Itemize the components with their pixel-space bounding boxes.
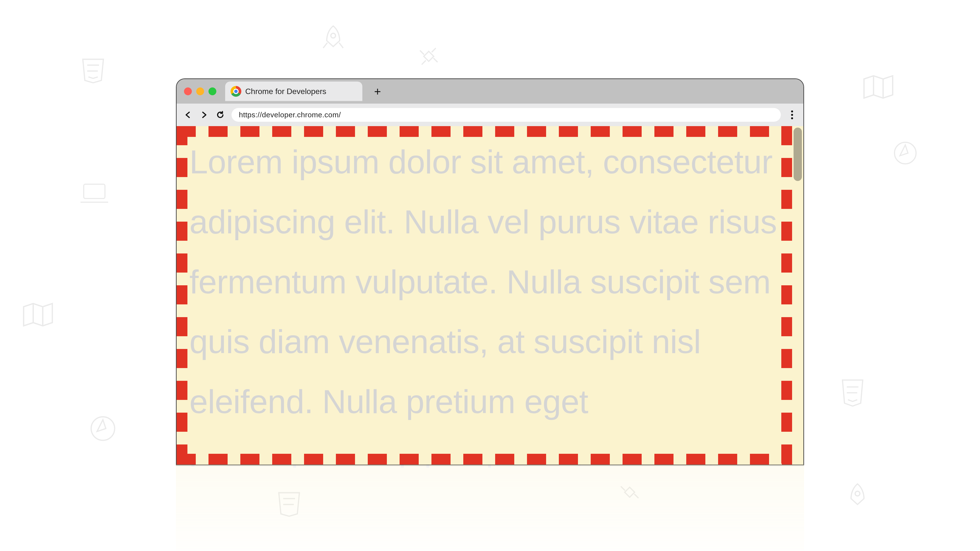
browser-tab[interactable]: Chrome for Developers — [225, 81, 362, 101]
url-text: https://developer.chrome.com/ — [239, 111, 341, 119]
page-viewport: Lorem ipsum dolor sit amet, consectetur … — [177, 126, 803, 465]
tab-title: Chrome for Developers — [245, 87, 326, 96]
toolbar: https://developer.chrome.com/ — [177, 103, 803, 126]
arrow-right-icon — [200, 110, 208, 119]
maximize-window-button[interactable] — [208, 87, 216, 95]
page-body-text-reflection: Lorem ipsum dolor sit amet, consectetur … — [189, 465, 781, 485]
dashed-border-right — [781, 126, 792, 465]
window-reflection: Lorem ipsum dolor sit amet, consectetur … — [176, 465, 804, 551]
tab-strip: Chrome for Developers + — [177, 79, 803, 103]
reload-button[interactable] — [215, 110, 225, 120]
browser-menu-button[interactable] — [787, 110, 797, 119]
dashed-border-left — [177, 126, 188, 465]
chrome-logo-icon — [231, 86, 241, 97]
close-window-button[interactable] — [184, 87, 192, 95]
window-controls — [184, 87, 216, 95]
page-body-text: Lorem ipsum dolor sit amet, consectetur … — [189, 132, 780, 432]
new-tab-button[interactable]: + — [372, 86, 383, 97]
scrollbar-thumb[interactable] — [794, 128, 802, 181]
forward-button[interactable] — [199, 110, 209, 120]
arrow-left-icon — [183, 110, 192, 119]
dashed-border-bottom — [177, 454, 792, 465]
scrollbar[interactable] — [793, 128, 802, 463]
minimize-window-button[interactable] — [196, 87, 204, 95]
address-bar[interactable]: https://developer.chrome.com/ — [232, 108, 781, 122]
reload-icon — [216, 110, 225, 119]
browser-window: Chrome for Developers + https://develope… — [176, 78, 804, 465]
back-button[interactable] — [183, 110, 193, 120]
